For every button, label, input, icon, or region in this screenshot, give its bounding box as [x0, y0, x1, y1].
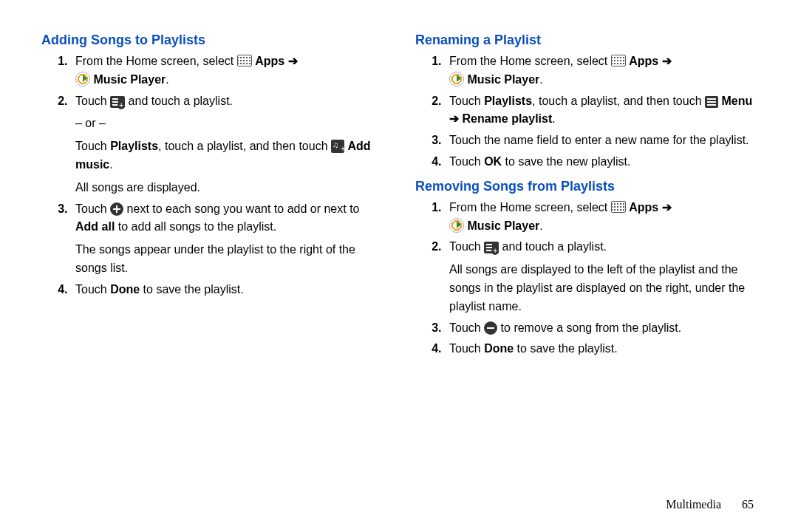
heading-removing: Removing Songs from Playlists [415, 179, 757, 194]
step-1: From the Home screen, select Apps ➔ Musi… [71, 52, 383, 89]
period: . [166, 73, 168, 86]
music-player-icon [75, 72, 90, 86]
text: and touch a playlist. [502, 240, 607, 253]
done-label: Done [484, 342, 514, 355]
step-2: Touch and touch a playlist. – or – Touch… [71, 92, 383, 197]
text: , touch a playlist, and then touch [158, 140, 331, 152]
done-label: Done [110, 283, 140, 296]
right-column: Renaming a Playlist From the Home screen… [399, 30, 763, 488]
text: next to each song you want to add or nex… [127, 202, 360, 215]
apps-icon [611, 201, 626, 213]
text: All songs are displayed to the left of t… [449, 261, 757, 316]
step-4: Touch Done to save the playlist. [445, 340, 757, 358]
playlists-label: Playlists [110, 140, 158, 152]
text: All songs are displayed. [75, 179, 383, 197]
music-player-icon [449, 72, 464, 86]
ok-label: OK [484, 155, 502, 168]
minus-circle-icon [484, 321, 497, 335]
removing-steps: From the Home screen, select Apps ➔ Musi… [415, 199, 757, 358]
step-2: Touch and touch a playlist. All songs ar… [445, 238, 757, 316]
left-column: Adding Songs to Playlists From the Home … [35, 30, 399, 488]
add-music-icon [331, 140, 344, 153]
arrow-icon: ➔ [662, 55, 672, 67]
music-player-label: Music Player [467, 73, 539, 86]
list-add-icon [484, 242, 499, 253]
text: Touch [449, 155, 484, 168]
step-4: Touch Done to save the playlist. [71, 281, 383, 299]
step-1: From the Home screen, select Apps ➔ Musi… [445, 199, 757, 236]
period: . [539, 219, 542, 232]
step-3: Touch next to each song you want to add … [71, 200, 383, 278]
apps-icon [237, 55, 252, 66]
or-text: – or – [75, 115, 383, 133]
apps-label: Apps [629, 201, 658, 214]
step-3: Touch to remove a song from the playlist… [445, 319, 757, 338]
rename-playlist-label: Rename playlist [462, 112, 552, 125]
playlists-label: Playlists [484, 95, 532, 107]
text: and touch a playlist. [129, 95, 233, 107]
text: , touch a playlist, and then touch [532, 95, 705, 107]
renaming-steps: From the Home screen, select Apps ➔ Musi… [415, 52, 757, 171]
text: Touch the name field to enter a new name… [449, 134, 749, 146]
text: Touch [449, 240, 484, 253]
page-number: 65 [742, 498, 754, 511]
step-2: Touch Playlists, touch a playlist, and t… [445, 92, 757, 129]
adding-songs-steps: From the Home screen, select Apps ➔ Musi… [41, 52, 383, 299]
text: From the Home screen, select [449, 55, 611, 67]
text: Touch [449, 342, 484, 355]
text: Touch [75, 202, 110, 215]
apps-label: Apps [629, 55, 658, 67]
apps-icon [611, 55, 626, 66]
menu-icon [705, 96, 718, 108]
page-footer: Multimedia 65 [666, 498, 754, 511]
text: to add all songs to the playlist. [115, 220, 276, 233]
text: to save the playlist. [140, 283, 244, 296]
period: . [539, 73, 542, 86]
text: Touch [449, 95, 484, 107]
text: The songs appear under the playlist to t… [75, 241, 383, 278]
apps-label: Apps [255, 55, 284, 67]
text: to save the new playlist. [502, 155, 630, 168]
text: Touch [449, 321, 484, 334]
text: Touch Playlists, touch a playlist, and t… [75, 137, 383, 174]
list-add-icon [110, 96, 125, 108]
step-1: From the Home screen, select Apps ➔ Musi… [445, 52, 757, 89]
text: From the Home screen, select [449, 201, 611, 214]
text: From the Home screen, select [75, 55, 237, 67]
heading-renaming: Renaming a Playlist [415, 33, 757, 48]
heading-adding-songs: Adding Songs to Playlists [41, 33, 383, 48]
music-player-icon [449, 218, 464, 233]
arrow-icon: ➔ [449, 112, 462, 125]
add-all-label: Add all [75, 220, 115, 233]
period: . [552, 112, 555, 125]
manual-page: Adding Songs to Playlists From the Home … [0, 0, 798, 502]
music-player-label: Music Player [467, 219, 539, 232]
arrow-icon: ➔ [288, 55, 298, 67]
text: to save the playlist. [514, 342, 618, 355]
text: to remove a song from the playlist. [501, 321, 682, 334]
menu-label: Menu [721, 95, 752, 107]
text: Touch [75, 140, 110, 152]
arrow-icon: ➔ [662, 201, 672, 214]
music-player-label: Music Player [93, 73, 166, 86]
period: . [109, 158, 112, 171]
step-3: Touch the name field to enter a new name… [445, 132, 757, 150]
step-4: Touch OK to save the new playlist. [445, 153, 757, 171]
text: Touch [75, 95, 110, 107]
text: Touch [75, 283, 110, 296]
plus-circle-icon [110, 202, 123, 216]
section-name: Multimedia [666, 498, 721, 511]
